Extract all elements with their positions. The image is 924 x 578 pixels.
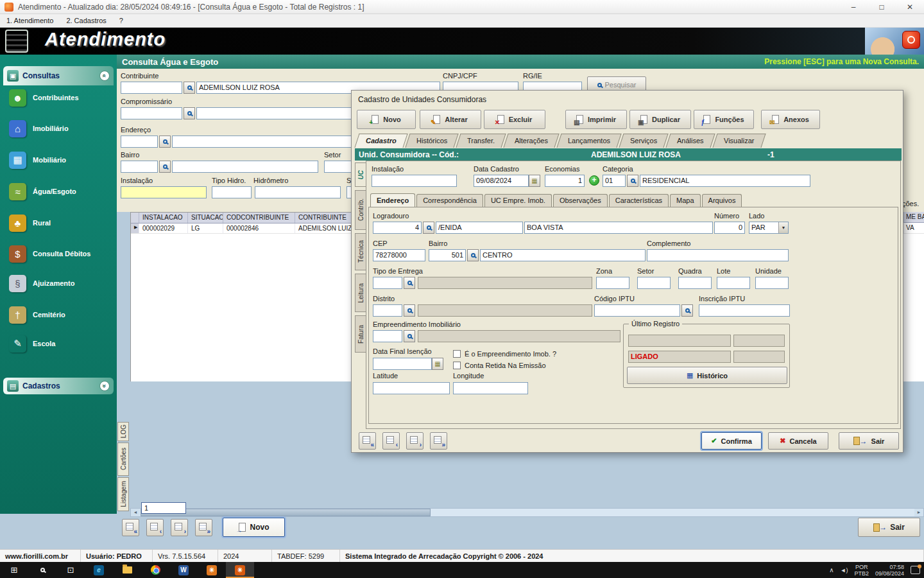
grid-col-situacao[interactable]: SITUACAO [188, 213, 223, 223]
dlg-record-prev-button[interactable]: ‹ [382, 432, 400, 450]
sidebar-item-ajuizamento[interactable]: § Ajuizamento [9, 269, 114, 297]
chrome-button[interactable] [141, 562, 169, 578]
sidebar-item-imobiliario[interactable]: ⌂ Imobiliário [9, 114, 114, 143]
dlg-sair-button[interactable]: → Sair [839, 432, 899, 450]
notification-icon[interactable] [911, 566, 920, 574]
sidebar-item-cemiterio[interactable]: † Cemitério [9, 301, 114, 329]
scroll-left-icon[interactable]: ◄ [131, 509, 140, 516]
categoria-nome-input[interactable]: RESIDENCIAL [640, 175, 810, 187]
side-tab-tecnica[interactable]: Técnica [355, 233, 366, 270]
tipo-entrega-search-button[interactable] [404, 277, 415, 289]
collapse-up-icon[interactable]: « [99, 71, 110, 81]
sidebar-group-consultas[interactable]: ▣ Consultas « [3, 66, 114, 85]
tab-listagem[interactable]: Listagem [117, 477, 129, 511]
tab-visualizar[interactable]: Visualizar [712, 134, 766, 148]
inner-tab-mapa[interactable]: Mapa [670, 194, 701, 207]
sidebar-item-contribuintes[interactable]: ☻ Contribuintes [9, 83, 114, 112]
instalacao-input[interactable] [121, 186, 207, 198]
inner-tab-caracteristicas[interactable]: Características [609, 194, 669, 207]
sair-button[interactable]: → Sair [858, 518, 920, 537]
dlg-bairro-codigo-input[interactable]: 501 [429, 249, 466, 261]
sidebar-item-rural[interactable]: ♣ Rural [9, 209, 114, 237]
language-indicator[interactable]: PORPTB2 [854, 564, 869, 577]
uc-instalacao-input[interactable] [372, 175, 457, 187]
dlg-bairro-nome-input[interactable]: CENTRO [480, 249, 646, 261]
grid-col-codcontribuinte[interactable]: CODCONTRIBUINTE [223, 213, 295, 223]
hidrometro-input[interactable] [255, 186, 341, 198]
toolbar-alterar-button[interactable]: ✎Alterar [420, 110, 481, 129]
bairro-codigo-input[interactable] [121, 161, 158, 173]
inscricao-iptu-input[interactable] [699, 304, 790, 317]
side-tab-uc[interactable]: UC [355, 162, 366, 187]
latitude-input[interactable] [373, 382, 450, 394]
zona-input[interactable] [596, 277, 629, 289]
sidebar-group-cadastros[interactable]: ▤ Cadastros » [3, 378, 114, 394]
volume-icon[interactable]: ◄) [841, 567, 848, 574]
numero-input[interactable]: 0 [714, 222, 745, 234]
novo-button[interactable]: → Novo [223, 518, 285, 537]
logradouro-codigo-input[interactable]: 4 [373, 222, 422, 234]
confirma-button[interactable]: ✔ Confirma [701, 432, 762, 450]
dlg-record-first-button[interactable]: « [359, 432, 376, 450]
record-next-button[interactable]: › [171, 519, 188, 536]
fiorilli-app-button[interactable]: ✳ [198, 562, 226, 578]
quadra-input[interactable] [678, 277, 712, 289]
longitude-input[interactable] [453, 382, 528, 394]
grid-horizontal-scrollbar[interactable]: ◄ ► [130, 508, 924, 517]
lote-input[interactable] [717, 277, 750, 289]
tab-cadastro[interactable]: Cadastro [354, 134, 407, 148]
sidebar-item-agua-esgoto[interactable]: ≈ Água/Esgoto [9, 177, 114, 206]
cep-input[interactable]: 78278000 [373, 249, 425, 261]
dlg-bairro-search-button[interactable] [467, 249, 479, 261]
tab-alteracoes[interactable]: Alterações [503, 134, 559, 148]
side-tab-contrib[interactable]: Contrib. [355, 190, 366, 230]
inner-tab-uc-empre-imob[interactable]: UC Empre. Imob. [484, 194, 552, 207]
taskbar-search-button[interactable] [28, 562, 56, 578]
distrito-codigo-input[interactable] [373, 304, 402, 317]
task-view-button[interactable]: ⊡ [56, 562, 85, 578]
toolbar-excluir-button[interactable]: ✕Excluir [484, 110, 545, 129]
compromissario-codigo-input[interactable] [121, 107, 182, 119]
tab-analises[interactable]: Análises [666, 134, 715, 148]
sidebar-item-escola[interactable]: ✎ Escola [9, 329, 114, 358]
sidebar-item-consulta-debitos[interactable]: $ Consulta Débitos [9, 240, 114, 268]
logradouro-tipo-input[interactable]: /ENIDA [436, 222, 523, 234]
tab-cartoes[interactable]: Cartões [117, 442, 129, 476]
data-final-isencao-input[interactable] [373, 358, 432, 370]
side-tab-leitura[interactable]: Leitura [355, 274, 366, 312]
inner-tab-correspondencia[interactable]: Correspondência [416, 194, 483, 207]
dlg-setor-input[interactable] [637, 277, 671, 289]
logradouro-search-button[interactable] [423, 222, 434, 234]
toolbar-duplicar-button[interactable]: ▣Duplicar [629, 110, 691, 129]
toolbar-anexos-button[interactable]: ✉Anexos [761, 110, 820, 129]
record-prev-button[interactable]: ‹ [146, 519, 164, 536]
grid-col-instalacao[interactable]: INSTALACAO [139, 213, 188, 223]
scroll-right-icon[interactable]: ► [914, 509, 923, 516]
tab-lancamentos[interactable]: Lançamentos [556, 134, 621, 148]
endereco-search-button[interactable] [159, 136, 171, 148]
categoria-search-button[interactable] [627, 175, 638, 187]
bairro-search-button[interactable] [159, 161, 171, 173]
distrito-search-button[interactable] [404, 304, 415, 317]
toolbar-imprimir-button[interactable]: ▤Imprimir [565, 110, 627, 129]
tipo-entrega-codigo-input[interactable] [373, 277, 402, 289]
codigo-iptu-input[interactable] [594, 304, 680, 317]
tab-servicos[interactable]: Serviços [619, 134, 668, 148]
edge-button[interactable]: e [85, 562, 113, 578]
lado-select[interactable]: PAR▼ [749, 222, 789, 234]
clock[interactable]: 07:5809/08/2024 [875, 564, 904, 577]
inner-tab-arquivos[interactable]: Arquivos [702, 194, 742, 207]
tab-historicos[interactable]: Históricos [405, 134, 458, 148]
dlg-record-last-button[interactable]: » [430, 432, 447, 450]
conta-retida-checkbox[interactable] [453, 362, 461, 369]
tipo-hidro-input[interactable] [212, 186, 252, 198]
data-cadastro-input[interactable]: 09/08/2024 [474, 175, 529, 187]
logradouro-nome-input[interactable]: BOA VISTA [524, 222, 713, 234]
minimize-button[interactable]: – [839, 0, 868, 13]
start-button[interactable]: ⊞ [0, 562, 28, 578]
fiorilli-app-active-button[interactable]: ✳ [226, 562, 254, 578]
hidden-icons-chevron[interactable]: ∧ [829, 566, 834, 574]
menu-atendimento[interactable]: 1. Atendimento [0, 17, 60, 24]
empreendimento-codigo-input[interactable] [373, 330, 402, 342]
record-last-button[interactable]: » [195, 519, 212, 536]
